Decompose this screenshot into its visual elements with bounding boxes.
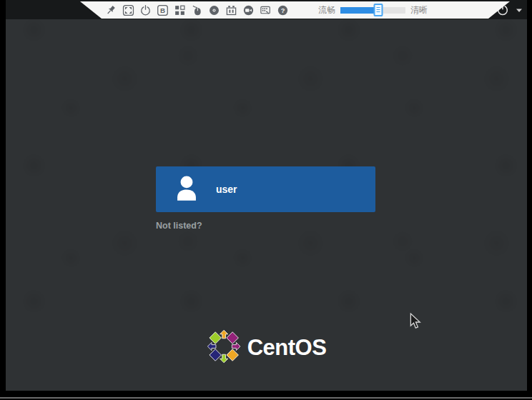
file-transfer-icon[interactable] (225, 4, 238, 17)
app-blocks-icon[interactable] (173, 4, 187, 17)
not-listed-link[interactable]: Not listed? (156, 221, 202, 231)
fullscreen-icon[interactable] (122, 4, 135, 17)
screen-record-icon[interactable] (242, 4, 255, 17)
user-tile[interactable]: user (156, 166, 375, 212)
toolbar-icon-row: B (104, 4, 290, 17)
mouse-icon[interactable] (190, 4, 204, 17)
help-icon[interactable]: ? (276, 4, 290, 17)
soft-keyboard-icon[interactable] (259, 4, 272, 17)
window-bottom-edge (0, 397, 532, 399)
disc-icon[interactable] (207, 4, 221, 17)
mouse-cursor (410, 313, 423, 333)
remote-desktop-window: B (0, 0, 532, 400)
quality-slider-group: 流畅 清晰 (318, 1, 428, 19)
svg-text:B: B (160, 6, 165, 14)
quality-slider-handle[interactable] (373, 4, 383, 16)
quality-slider-track[interactable] (340, 7, 405, 14)
slider-clear-label: 清晰 (410, 1, 428, 19)
remote-control-toolbar: B (80, 1, 510, 19)
slider-smooth-label: 流畅 (318, 1, 335, 19)
quality-slider-fill (340, 7, 378, 14)
pin-icon[interactable] (104, 4, 118, 17)
remote-screen: B (6, 0, 527, 391)
centos-wordmark: CentOS (247, 335, 327, 361)
caret-down-icon[interactable] (516, 8, 523, 13)
centos-branding: CentOS (207, 329, 327, 366)
letter-b-icon[interactable]: B (156, 4, 169, 17)
power-session-icon[interactable] (139, 4, 152, 17)
svg-text:?: ? (281, 7, 285, 14)
user-tile-username: user (216, 184, 237, 195)
user-avatar-icon (170, 172, 203, 207)
centos-logo-icon (207, 329, 241, 366)
